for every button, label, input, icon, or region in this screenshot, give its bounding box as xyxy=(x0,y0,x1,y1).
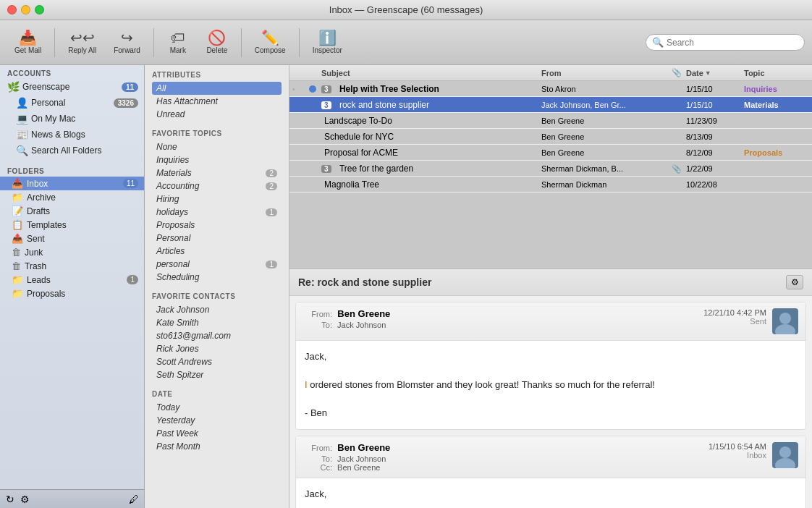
junk-icon: 🗑 xyxy=(12,247,21,258)
message-list-header: Subject From 📎 Date ▼ Topic xyxy=(289,65,812,81)
filter-topic-accounting[interactable]: Accounting 2 xyxy=(152,179,282,192)
filter-topic-inquiries[interactable]: Inquiries xyxy=(152,153,282,166)
col-topic-header[interactable]: Topic xyxy=(744,69,809,77)
drafts-icon: 📝 xyxy=(12,206,23,216)
account-personal[interactable]: 👤 Personal 3326 xyxy=(0,95,144,111)
filter-all[interactable]: All xyxy=(152,82,282,95)
close-button[interactable] xyxy=(7,5,17,14)
filter-unread[interactable]: Unread xyxy=(152,108,282,121)
filter-date-past-month[interactable]: Past Month xyxy=(152,440,282,453)
delete-button[interactable]: 🚫 Delete xyxy=(199,27,235,57)
search-input[interactable] xyxy=(667,38,798,48)
folder-leads[interactable]: 📁 Leads 1 xyxy=(0,273,144,287)
message-row[interactable]: Proposal for ACME Ben Greene 8/12/09 Pro… xyxy=(289,145,812,161)
filter-topic-none[interactable]: None xyxy=(152,140,282,153)
forward-button[interactable]: ↪ Forward xyxy=(106,27,148,57)
window-title: Inbox — Greenscape (60 messages) xyxy=(329,4,483,15)
date-title: Date xyxy=(152,390,282,398)
main-layout: Accounts 🌿 Greenscape 11 👤 Personal 3326… xyxy=(0,65,812,508)
preview-header: Re: rock and stone supplier ⚙ xyxy=(289,269,812,296)
forward-icon: ↪ xyxy=(121,30,133,45)
folder-sent[interactable]: 📤 Sent xyxy=(0,232,144,245)
filter-topic-articles[interactable]: Articles xyxy=(152,245,282,258)
folder-drafts[interactable]: 📝 Drafts xyxy=(0,204,144,218)
message-row[interactable]: Landscape To-Do Ben Greene 11/23/09 xyxy=(289,113,812,129)
mark-button[interactable]: 🏷 Mark xyxy=(160,27,196,57)
archive-icon: 📁 xyxy=(12,192,23,203)
email-body-2: Jack, I ordered stones from Blomster and… xyxy=(296,478,805,509)
col-subject-header[interactable]: Subject xyxy=(318,69,541,77)
folder-proposals[interactable]: 📁 Proposals xyxy=(0,287,144,300)
filter-date-today[interactable]: Today xyxy=(152,401,282,414)
folder-trash[interactable]: 🗑 Trash xyxy=(0,259,144,273)
date-sort-arrow: ▼ xyxy=(705,69,711,77)
message-row[interactable]: 3 rock and stone supplier Jack Johnson, … xyxy=(289,97,812,113)
get-mail-button[interactable]: 📥 Get Mail xyxy=(7,27,48,57)
inspector-button[interactable]: ℹ️ Inspector xyxy=(305,27,350,57)
window-controls xyxy=(7,5,44,14)
svg-point-1 xyxy=(775,324,795,334)
folder-templates[interactable]: 📋 Templates xyxy=(0,218,144,232)
filter-topic-materials[interactable]: Materials 2 xyxy=(152,166,282,179)
filter-topic-scheduling[interactable]: Scheduling xyxy=(152,271,282,284)
activity-icon[interactable]: ↻ xyxy=(6,494,14,505)
account-search-all[interactable]: 🔍 Search All Folders xyxy=(0,143,144,158)
titlebar: Inbox — Greenscape (60 messages) xyxy=(0,0,812,20)
filter-topic-holidays[interactable]: holidays 1 xyxy=(152,206,282,219)
rss-icon: 📰 xyxy=(16,129,28,140)
compose-button[interactable]: ✏️ Compose xyxy=(248,27,293,57)
filter-topic-personal2[interactable]: personal 1 xyxy=(152,258,282,271)
email-body-1: Jack, I ordered stones from Blomster and… xyxy=(296,341,805,429)
filter-contact-rick[interactable]: Rick Jones xyxy=(152,342,282,355)
account-greenscape[interactable]: 🌿 Greenscape 11 xyxy=(0,79,144,95)
preview-gear-button[interactable]: ⚙ xyxy=(786,275,803,289)
email-card-1: From: Ben Greene To: Jack Johnson 12/21/… xyxy=(295,302,806,430)
toolbar-divider-3 xyxy=(241,28,242,57)
inbox-icon: 📥 xyxy=(12,178,23,189)
filter-contact-jack[interactable]: Jack Johnson xyxy=(152,303,282,316)
col-from-header[interactable]: From xyxy=(541,69,672,77)
toolbar: 📥 Get Mail ↩↩ Reply All ↪ Forward 🏷 Mark… xyxy=(0,20,812,65)
filter-contact-sto[interactable]: sto613@gmail.com xyxy=(152,329,282,342)
toolbar-divider-2 xyxy=(153,28,154,57)
filter-date-past-week[interactable]: Past Week xyxy=(152,427,282,440)
account-on-my-mac[interactable]: 💻 On My Mac xyxy=(0,111,144,127)
filter-topic-proposals[interactable]: Proposals xyxy=(152,219,282,232)
col-date-header[interactable]: Date ▼ xyxy=(686,69,744,77)
folder-archive[interactable]: 📁 Archive xyxy=(0,190,144,204)
inspector-icon: ℹ️ xyxy=(318,30,337,45)
reply-all-button[interactable]: ↩↩ Reply All xyxy=(61,27,103,57)
message-row[interactable]: Schedule for NYC Ben Greene 8/13/09 xyxy=(289,129,812,145)
maximize-button[interactable] xyxy=(35,5,44,14)
filter-has-attachment[interactable]: Has Attachment xyxy=(152,95,282,108)
folders-header: Folders xyxy=(0,163,144,177)
filter-contact-seth[interactable]: Seth Spitzer xyxy=(152,368,282,381)
panel-right: Subject From 📎 Date ▼ Topic • 3 Hel xyxy=(289,65,812,508)
filter-contact-scott[interactable]: Scott Andrews xyxy=(152,355,282,368)
filter-topic-hiring[interactable]: Hiring xyxy=(152,192,282,206)
account-news-blogs[interactable]: 📰 News & Blogs xyxy=(0,127,144,143)
toolbar-divider-4 xyxy=(299,28,300,57)
delete-icon: 🚫 xyxy=(208,30,226,45)
filter-date-yesterday[interactable]: Yesterday xyxy=(152,414,282,427)
accounts-header: Accounts xyxy=(0,65,144,79)
folder-junk[interactable]: 🗑 Junk xyxy=(0,245,144,259)
compose-icon: ✏️ xyxy=(261,30,279,45)
topics-title: Favorite Topics xyxy=(152,130,282,137)
mac-icon: 💻 xyxy=(16,113,28,124)
filter-contact-kate[interactable]: Kate Smith xyxy=(152,316,282,329)
minimize-button[interactable] xyxy=(21,5,30,14)
templates-icon: 📋 xyxy=(12,219,23,230)
message-row[interactable]: • 3 Help with Tree Selection Sto Akron 1… xyxy=(289,81,812,97)
settings-icon[interactable]: ⚙ xyxy=(20,494,30,505)
filter-topic-personal[interactable]: Personal xyxy=(152,232,282,245)
mark-icon: 🏷 xyxy=(171,30,185,45)
get-mail-icon: 📥 xyxy=(19,30,37,45)
folder-inbox[interactable]: 📥 Inbox 11 xyxy=(0,177,144,190)
svg-point-0 xyxy=(779,313,791,324)
email-meta-2: From: Ben Greene To: Jack Johnson Cc: Be… xyxy=(303,442,709,472)
compose-small-icon[interactable]: 🖊 xyxy=(129,494,139,505)
search-box: 🔍 xyxy=(646,34,805,51)
message-row[interactable]: Magnolia Tree Sherman Dickman 10/22/08 xyxy=(289,177,812,192)
message-row[interactable]: 3 Tree for the garden Sherman Dickman, B… xyxy=(289,161,812,177)
